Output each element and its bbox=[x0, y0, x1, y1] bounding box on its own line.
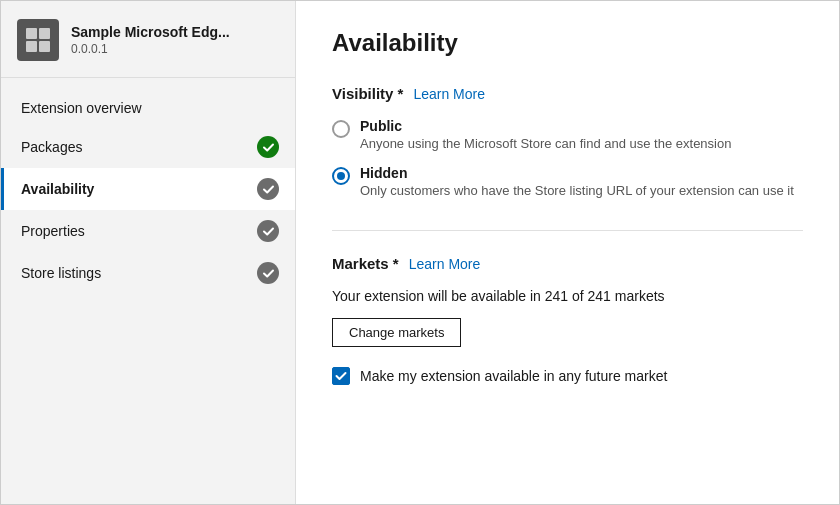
page-title: Availability bbox=[332, 29, 803, 57]
app-name: Sample Microsoft Edg... bbox=[71, 24, 230, 40]
app-header: Sample Microsoft Edg... 0.0.0.1 bbox=[1, 1, 295, 78]
future-market-checkbox[interactable] bbox=[332, 367, 350, 385]
sidebar-item-availability[interactable]: Availability bbox=[1, 168, 295, 210]
app-icon bbox=[17, 19, 59, 61]
nav-label-store-listings: Store listings bbox=[21, 265, 101, 281]
nav-label-extension-overview: Extension overview bbox=[21, 100, 142, 116]
markets-title: Markets * bbox=[332, 255, 399, 272]
radio-content-hidden: Hidden Only customers who have the Store… bbox=[360, 165, 794, 198]
radio-label-hidden: Hidden bbox=[360, 165, 794, 181]
checkbox-check-icon bbox=[335, 370, 347, 382]
app-version: 0.0.0.1 bbox=[71, 42, 230, 56]
sidebar: Sample Microsoft Edg... 0.0.0.1 Extensio… bbox=[1, 1, 296, 504]
nav-label-availability: Availability bbox=[21, 181, 94, 197]
change-markets-button[interactable]: Change markets bbox=[332, 318, 461, 347]
future-market-checkbox-label: Make my extension available in any futur… bbox=[360, 368, 667, 384]
visibility-title: Visibility * bbox=[332, 85, 403, 102]
radio-option-public[interactable]: Public Anyone using the Microsoft Store … bbox=[332, 118, 803, 151]
main-content: Availability Visibility * Learn More Pub… bbox=[296, 1, 839, 504]
svg-rect-2 bbox=[26, 41, 37, 52]
radio-desc-hidden: Only customers who have the Store listin… bbox=[360, 183, 794, 198]
nav-label-properties: Properties bbox=[21, 223, 85, 239]
nav-label-packages: Packages bbox=[21, 139, 82, 155]
sidebar-item-store-listings[interactable]: Store listings bbox=[1, 252, 295, 294]
sidebar-item-extension-overview[interactable]: Extension overview bbox=[1, 90, 295, 126]
section-divider bbox=[332, 230, 803, 231]
availability-status-icon bbox=[257, 178, 279, 200]
svg-rect-3 bbox=[39, 41, 50, 52]
packages-status-icon bbox=[257, 136, 279, 158]
visibility-radio-group: Public Anyone using the Microsoft Store … bbox=[332, 118, 803, 198]
radio-content-public: Public Anyone using the Microsoft Store … bbox=[360, 118, 731, 151]
visibility-header: Visibility * Learn More bbox=[332, 85, 803, 102]
radio-inner-hidden bbox=[337, 172, 345, 180]
markets-availability-text: Your extension will be available in 241 … bbox=[332, 288, 803, 304]
radio-label-public: Public bbox=[360, 118, 731, 134]
markets-header: Markets * Learn More bbox=[332, 255, 803, 272]
future-market-checkbox-row[interactable]: Make my extension available in any futur… bbox=[332, 367, 803, 385]
sidebar-item-packages[interactable]: Packages bbox=[1, 126, 295, 168]
radio-desc-public: Anyone using the Microsoft Store can fin… bbox=[360, 136, 731, 151]
svg-rect-1 bbox=[39, 28, 50, 39]
properties-status-icon bbox=[257, 220, 279, 242]
nav-list: Extension overview Packages Availability… bbox=[1, 86, 295, 298]
visibility-learn-more-link[interactable]: Learn More bbox=[413, 86, 485, 102]
radio-option-hidden[interactable]: Hidden Only customers who have the Store… bbox=[332, 165, 803, 198]
markets-learn-more-link[interactable]: Learn More bbox=[409, 256, 481, 272]
radio-circle-public bbox=[332, 120, 350, 138]
markets-section: Markets * Learn More Your extension will… bbox=[332, 255, 803, 385]
sidebar-item-properties[interactable]: Properties bbox=[1, 210, 295, 252]
app-info: Sample Microsoft Edg... 0.0.0.1 bbox=[71, 24, 230, 56]
store-listings-status-icon bbox=[257, 262, 279, 284]
visibility-section: Visibility * Learn More Public Anyone us… bbox=[332, 85, 803, 198]
app-logo-icon bbox=[25, 27, 51, 53]
radio-circle-hidden bbox=[332, 167, 350, 185]
svg-rect-0 bbox=[26, 28, 37, 39]
